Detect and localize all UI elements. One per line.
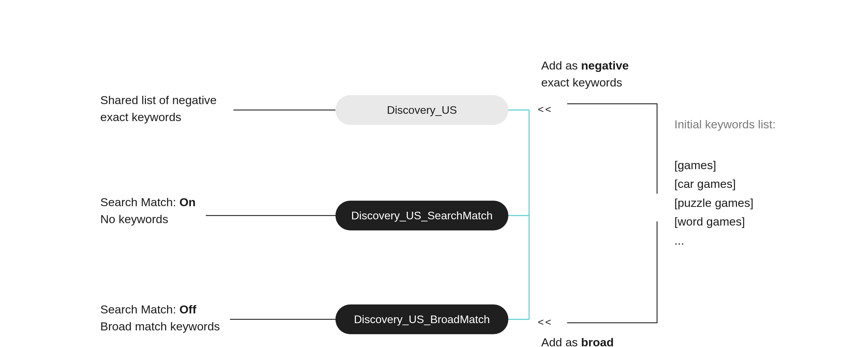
annot-bottom: Add as broad match keywords: [541, 334, 626, 347]
keyword-item: [car games]: [674, 174, 754, 193]
pill-discovery-us: Discovery_US: [335, 95, 508, 125]
desc-row2-line2: No keywords: [100, 211, 196, 228]
desc-row1-line1: Shared list of negative: [100, 92, 216, 109]
annot-bottom-line1-bold: broad: [581, 336, 613, 347]
pill-discovery-us-searchmatch-label: Discovery_US_SearchMatch: [351, 209, 492, 222]
desc-row3: Search Match: Off Broad match keywords: [100, 301, 220, 335]
keyword-item: [word games]: [674, 212, 754, 231]
bracket-bottom: [567, 221, 657, 323]
annot-bottom-line1: Add as broad: [541, 334, 626, 347]
annot-top-line1-pre: Add as: [541, 59, 581, 72]
desc-row2-line1: Search Match: On: [100, 194, 196, 211]
annot-top-line1-bold: negative: [581, 59, 629, 72]
pill-discovery-us-searchmatch: Discovery_US_SearchMatch: [335, 201, 508, 230]
keyword-item: [puzzle games]: [674, 193, 754, 212]
annot-bottom-line1-pre: Add as: [541, 336, 581, 347]
desc-row1: Shared list of negative exact keywords: [100, 92, 216, 126]
pill-discovery-us-broadmatch: Discovery_US_BroadMatch: [335, 304, 508, 334]
annot-top: Add as negative exact keywords: [541, 57, 629, 91]
keywords-title: Initial keywords list:: [674, 118, 776, 131]
desc-row3-line2: Broad match keywords: [100, 318, 220, 335]
chevron-bottom-icon: <<: [538, 316, 553, 328]
desc-row3-line1-pre: Search Match:: [100, 303, 179, 316]
desc-row2-line1-bold: On: [179, 195, 196, 209]
annot-top-line2: exact keywords: [541, 74, 629, 91]
keyword-item: ...: [674, 231, 754, 250]
diagram-stage: Shared list of negative exact keywords S…: [0, 0, 868, 347]
desc-row3-line1-bold: Off: [179, 303, 196, 316]
desc-row2-line1-pre: Search Match:: [100, 195, 179, 209]
annot-top-line1: Add as negative: [541, 57, 629, 74]
desc-row2: Search Match: On No keywords: [100, 194, 196, 228]
pill-discovery-us-label: Discovery_US: [387, 104, 457, 117]
pill-discovery-us-broadmatch-label: Discovery_US_BroadMatch: [354, 313, 490, 326]
keyword-item: [games]: [674, 156, 754, 174]
chevron-top-icon: <<: [538, 103, 553, 115]
desc-row3-line1: Search Match: Off: [100, 301, 220, 318]
bracket-top: [567, 104, 657, 194]
desc-row1-line2: exact keywords: [100, 109, 216, 126]
keywords-list: [games] [car games] [puzzle games] [word…: [674, 156, 754, 250]
